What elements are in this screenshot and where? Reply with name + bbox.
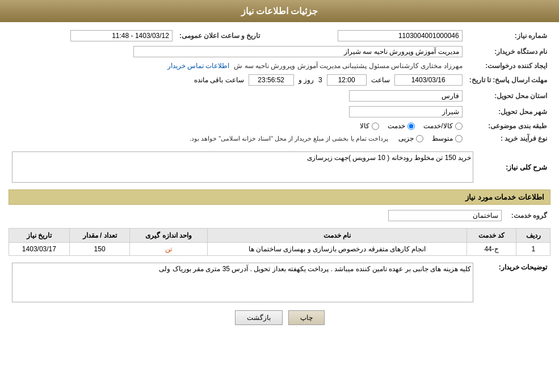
process-option-partial: جزیی xyxy=(398,134,423,142)
category-radio-service[interactable] xyxy=(407,123,415,130)
col-quantity: تعداد / مقدار xyxy=(69,229,130,243)
category-label-goods: کالا xyxy=(360,122,369,130)
response-time-value: 12:00 xyxy=(327,74,367,86)
row-buyer-notes: توضیحات خریدار: کلیه هزینه های جانبی بر … xyxy=(9,260,550,305)
category-label-service: خدمت xyxy=(388,122,405,130)
services-section-header: اطلاعات خدمات مورد نیاز xyxy=(9,189,550,205)
page-container: جزئیات اطلاعات نیاز شماره نیاز: 11030040… xyxy=(0,0,559,392)
province-value: فارس xyxy=(349,90,463,102)
cell-quantity: 150 xyxy=(69,243,130,256)
created-by-value: مهرزاد مختاری کارشناس مسئول پشتیبانی مدی… xyxy=(234,62,462,70)
created-by-label: ایجاد کننده درخواست: xyxy=(466,60,550,72)
buyer-notes-table: توضیحات خریدار: کلیه هزینه های جانبی بر … xyxy=(9,260,550,305)
response-date-value: 1403/03/16 xyxy=(394,74,463,86)
cell-row-num: 1 xyxy=(516,243,550,256)
row-response-deadline: مهلت ارسال پاسخ: تا تاریخ: 1403/03/16 سا… xyxy=(9,72,550,88)
response-days-label: روز و xyxy=(299,76,314,84)
category-label: طبقه بندی موضوعی: xyxy=(466,120,550,132)
service-group-label: گروه خدمت: xyxy=(505,208,550,224)
category-radio-goods-service[interactable] xyxy=(455,123,463,130)
cell-service-name: انجام کارهای متفرقه درخصوص بازسازی و بهس… xyxy=(208,243,467,256)
category-label-goods-service: کالا/خدمت xyxy=(423,122,452,130)
row-buyer-org: نام دستگاه خریدار: مدیریت آموزش وپرورش ن… xyxy=(9,44,550,60)
response-deadline-label: مهلت ارسال پاسخ: تا تاریخ: xyxy=(466,72,550,88)
process-radio-medium[interactable] xyxy=(455,135,463,142)
category-option-goods-service: کالا/خدمت xyxy=(423,122,462,130)
buyer-org-value: مدیریت آموزش وپرورش ناحیه سه شیراز xyxy=(133,46,463,57)
page-header: جزئیات اطلاعات نیاز xyxy=(0,0,559,22)
back-button[interactable]: بازگشت xyxy=(235,310,283,325)
col-service-name: نام خدمت xyxy=(208,229,467,243)
button-row: چاپ بازگشت xyxy=(9,310,550,325)
response-remaining-label: ساعت باقی مانده xyxy=(194,76,244,84)
need-description-value: خرید 150 تن مخلوط رودخانه ( 10 سرویس )جه… xyxy=(12,151,473,183)
contact-info-link[interactable]: اطلاعات تماس خریدار xyxy=(167,62,230,70)
row-need-number: شماره نیاز: 1103004001000046 تاریخ و ساع… xyxy=(9,28,550,44)
service-group-value: ساختمان xyxy=(388,210,502,221)
row-service-group: گروه خدمت: ساختمان xyxy=(9,208,550,224)
services-table-header-row: ردیف کد خدمت نام خدمت واحد اندازه گیری ت… xyxy=(9,229,550,243)
cell-unit: تن xyxy=(130,243,208,256)
process-radio-partial[interactable] xyxy=(416,135,423,142)
response-time-label: ساعت xyxy=(371,76,390,84)
col-unit: واحد اندازه گیری xyxy=(130,229,208,243)
buyer-org-label: نام دستگاه خریدار: xyxy=(466,44,550,60)
province-label: استان محل تحویل: xyxy=(466,88,550,104)
service-group-table: گروه خدمت: ساختمان xyxy=(9,208,550,224)
category-option-service: خدمت xyxy=(388,122,415,130)
process-option-medium: متوسط xyxy=(432,134,463,142)
page-title: جزئیات اطلاعات نیاز xyxy=(241,6,318,16)
buyer-notes-value: کلیه هزینه های جانبی بر عهده تامین کننده… xyxy=(12,263,473,302)
announcement-datetime-value: 1403/03/12 - 11:48 xyxy=(70,30,173,41)
row-created-by: ایجاد کننده درخواست: مهرزاد مختاری کارشن… xyxy=(9,60,550,72)
process-label: نوع فرآیند خرید : xyxy=(466,132,550,145)
print-button[interactable]: چاپ xyxy=(288,310,325,325)
table-row: 1 ج-44 انجام کارهای متفرقه درخصوص بازساز… xyxy=(9,243,550,256)
col-service-code: کد خدمت xyxy=(466,229,516,243)
category-radio-group: کالا/خدمت خدمت کالا xyxy=(12,122,463,130)
row-need-description: شرح کلی نیاز: خرید 150 تن مخلوط رودخانه … xyxy=(9,149,550,185)
col-date: تاریخ نیاز xyxy=(9,229,70,243)
services-table: ردیف کد خدمت نام خدمت واحد اندازه گیری ت… xyxy=(9,228,550,256)
need-description-table: شرح کلی نیاز: خرید 150 تن مخلوط رودخانه … xyxy=(9,149,550,185)
row-process: نوع فرآیند خرید : متوسط جزیی xyxy=(9,132,550,145)
need-description-label: شرح کلی نیاز: xyxy=(477,149,550,185)
category-option-goods: کالا xyxy=(360,122,379,130)
response-remaining-value: 23:56:52 xyxy=(249,74,294,86)
process-radio-group: متوسط جزیی xyxy=(398,134,463,142)
response-days-value: 3 xyxy=(318,76,322,84)
main-info-table: شماره نیاز: 1103004001000046 تاریخ و ساع… xyxy=(9,28,550,145)
row-city: شهر محل تحویل: شیراز xyxy=(9,104,550,120)
row-province: استان محل تحویل: فارس xyxy=(9,88,550,104)
buyer-notes-label: توضیحات خریدار: xyxy=(477,260,550,305)
process-note: پرداخت تمام یا بخشی از مبلغ خریدار از مح… xyxy=(190,135,388,142)
row-category: طبقه بندی موضوعی: کالا/خدمت خدمت xyxy=(9,120,550,132)
city-label: شهر محل تحویل: xyxy=(466,104,550,120)
category-radio-goods[interactable] xyxy=(372,123,379,130)
content-area: شماره نیاز: 1103004001000046 تاریخ و ساع… xyxy=(0,22,559,336)
need-number-label: شماره نیاز: xyxy=(466,28,550,44)
city-value: شیراز xyxy=(349,106,463,117)
cell-service-code: ج-44 xyxy=(466,243,516,256)
announcement-datetime-label: تاریخ و ساعت اعلان عمومی: xyxy=(176,28,263,44)
process-label-partial: جزیی xyxy=(398,134,414,142)
need-number-value: 1103004001000046 xyxy=(338,30,463,41)
cell-date: 1403/03/17 xyxy=(9,243,70,256)
col-row-num: ردیف xyxy=(516,229,550,243)
process-label-medium: متوسط xyxy=(432,134,453,142)
